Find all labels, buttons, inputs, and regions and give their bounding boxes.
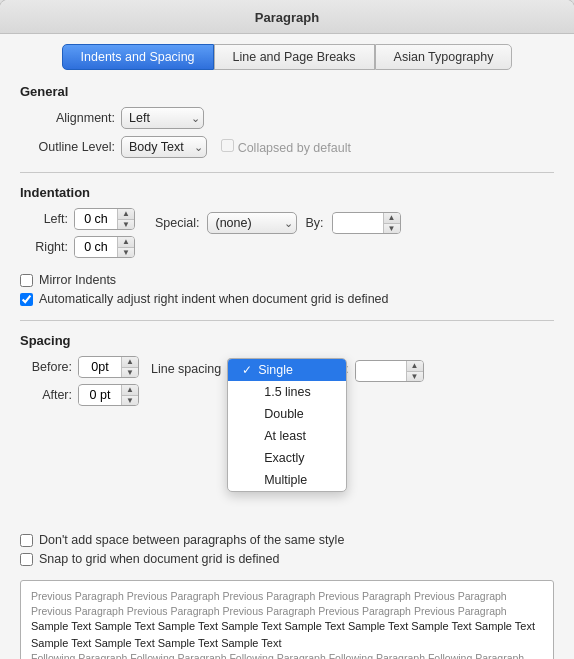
preview-follow-para: Following Paragraph Following Paragraph …	[31, 651, 543, 659]
before-input[interactable]	[79, 358, 121, 376]
tabs-row: Indents and Spacing Line and Page Breaks…	[0, 34, 574, 70]
before-spin-field: ▲ ▼	[78, 356, 139, 378]
line-spacing-dropdown: Single ⌄ ✓ Single 1.5 lines	[227, 358, 327, 382]
no-space-checkbox[interactable]	[20, 534, 33, 547]
by-label: By:	[305, 216, 323, 230]
left-label: Left:	[20, 212, 68, 226]
general-title: General	[20, 84, 554, 99]
indentation-title: Indentation	[20, 185, 554, 200]
snap-grid-row: Snap to grid when document grid is defin…	[20, 552, 554, 566]
special-select[interactable]: (none) First line Hanging	[207, 212, 297, 234]
option-at-least[interactable]: At least	[228, 425, 346, 447]
after-row: After: ▲ ▼	[20, 384, 139, 406]
collapsed-checkbox: Collapsed by default	[221, 139, 351, 155]
divider-1	[20, 172, 554, 173]
tab-indents[interactable]: Indents and Spacing	[62, 44, 214, 70]
left-indent-row: Left: ▲ ▼	[20, 208, 135, 230]
auto-adjust-label: Automatically adjust right indent when d…	[39, 292, 389, 306]
special-label: Special:	[155, 216, 199, 230]
option-exactly[interactable]: Exactly	[228, 447, 346, 469]
before-decrement[interactable]: ▼	[122, 368, 138, 379]
by-input[interactable]	[333, 214, 383, 232]
option-1-5-lines[interactable]: 1.5 lines	[228, 381, 346, 403]
alignment-label: Alignment:	[20, 111, 115, 125]
left-spin-buttons: ▲ ▼	[117, 208, 134, 230]
right-decrement[interactable]: ▼	[118, 248, 134, 259]
outline-select-wrapper: Body Text Level 1 Level 2 Level 3 ⌄	[121, 136, 207, 158]
collapsed-label: Collapsed by default	[238, 141, 351, 155]
after-input[interactable]	[79, 386, 121, 404]
no-space-row: Don't add space between paragraphs of th…	[20, 533, 554, 547]
left-spin-field: ▲ ▼	[74, 208, 135, 230]
after-spin-field: ▲ ▼	[78, 384, 139, 406]
outline-select[interactable]: Body Text Level 1 Level 2 Level 3	[121, 136, 207, 158]
snap-grid-checkbox[interactable]	[20, 553, 33, 566]
outline-row: Outline Level: Body Text Level 1 Level 2…	[20, 136, 554, 158]
dialog-content: General Alignment: Left Centered Right J…	[0, 70, 574, 659]
snap-label: Snap to grid when document grid is defin…	[39, 552, 279, 566]
line-spacing-menu: ✓ Single 1.5 lines Double	[227, 358, 347, 492]
preview-box: Previous Paragraph Previous Paragraph Pr…	[20, 580, 554, 659]
option-double[interactable]: Double	[228, 403, 346, 425]
alignment-select[interactable]: Left Centered Right Justified	[121, 107, 204, 129]
by-increment[interactable]: ▲	[384, 212, 400, 224]
by-spin-buttons: ▲ ▼	[383, 212, 400, 234]
tab-asian-typography[interactable]: Asian Typography	[375, 44, 513, 70]
before-label: Before:	[20, 360, 72, 374]
paragraph-dialog: Paragraph Indents and Spacing Line and P…	[0, 0, 574, 659]
indentation-section: Indentation Left: ▲ ▼ Ri	[20, 185, 554, 306]
spacing-title: Spacing	[20, 333, 554, 348]
preview-prev-para: Previous Paragraph Previous Paragraph Pr…	[31, 589, 543, 618]
spacing-section: Spacing Before: ▲ ▼ Afte	[20, 333, 554, 566]
preview-sample-text: Sample Text Sample Text Sample Text Samp…	[31, 618, 543, 651]
left-decrement[interactable]: ▼	[118, 220, 134, 231]
right-spin-field: ▲ ▼	[74, 236, 135, 258]
at-increment[interactable]: ▲	[407, 360, 423, 372]
right-spin-buttons: ▲ ▼	[117, 236, 134, 258]
tab-line-breaks[interactable]: Line and Page Breaks	[214, 44, 375, 70]
after-decrement[interactable]: ▼	[122, 396, 138, 407]
general-section: General Alignment: Left Centered Right J…	[20, 84, 554, 158]
mirror-indents-row: Mirror Indents	[20, 273, 554, 287]
after-increment[interactable]: ▲	[122, 384, 138, 396]
special-row: Special: (none) First line Hanging ⌄ By:	[155, 212, 401, 234]
right-input[interactable]	[75, 238, 117, 256]
by-decrement[interactable]: ▼	[384, 224, 400, 235]
auto-adjust-checkbox[interactable]	[20, 293, 33, 306]
auto-adjust-row: Automatically adjust right indent when d…	[20, 292, 554, 306]
checkmark-icon: ✓	[242, 363, 252, 377]
left-increment[interactable]: ▲	[118, 208, 134, 220]
at-field: ▲ ▼	[355, 360, 424, 382]
at-spin-buttons: ▲ ▼	[406, 360, 423, 382]
option-multiple[interactable]: Multiple	[228, 469, 346, 491]
right-indent-row: Right: ▲ ▼	[20, 236, 135, 258]
divider-2	[20, 320, 554, 321]
no-space-label: Don't add space between paragraphs of th…	[39, 533, 344, 547]
left-input[interactable]	[75, 210, 117, 228]
at-input[interactable]	[356, 362, 406, 380]
alignment-row: Alignment: Left Centered Right Justified…	[20, 107, 554, 129]
collapsed-checkbox-input[interactable]	[221, 139, 234, 152]
before-row: Before: ▲ ▼	[20, 356, 139, 378]
mirror-indents-checkbox[interactable]	[20, 274, 33, 287]
right-increment[interactable]: ▲	[118, 236, 134, 248]
alignment-select-wrapper: Left Centered Right Justified ⌄	[121, 107, 204, 129]
dialog-title: Paragraph	[0, 0, 574, 34]
option-single[interactable]: ✓ Single	[228, 359, 346, 381]
before-increment[interactable]: ▲	[122, 356, 138, 368]
outline-label: Outline Level:	[20, 140, 115, 154]
right-label: Right:	[20, 240, 68, 254]
special-select-wrapper: (none) First line Hanging ⌄	[207, 212, 297, 234]
before-spin-buttons: ▲ ▼	[121, 356, 138, 378]
after-label: After:	[20, 388, 72, 402]
after-spin-buttons: ▲ ▼	[121, 384, 138, 406]
at-decrement[interactable]: ▼	[407, 372, 423, 383]
by-field: ▲ ▼	[332, 212, 401, 234]
mirror-label: Mirror Indents	[39, 273, 116, 287]
line-spacing-label: Line spacing	[151, 362, 221, 376]
